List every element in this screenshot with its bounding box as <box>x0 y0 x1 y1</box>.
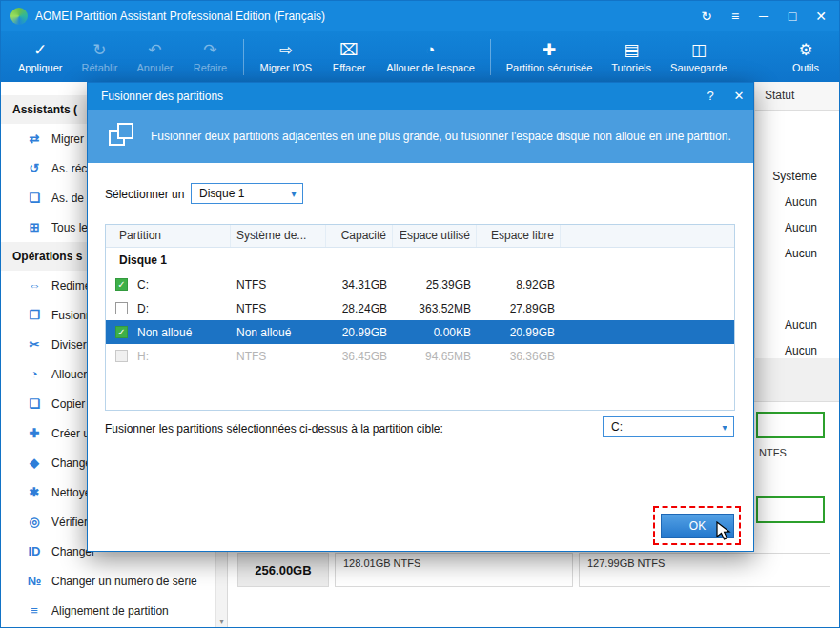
clone-icon: ❏ <box>26 191 43 205</box>
wipe-icon: ✱ <box>26 485 43 499</box>
row-checkbox[interactable]: ✓ <box>115 278 128 291</box>
table-row[interactable]: H: NTFS 36.45GB 94.65MB 36.36GB <box>106 344 734 368</box>
row-checkbox[interactable] <box>115 302 128 314</box>
erase-icon: ⌧ <box>339 40 359 60</box>
restore-icon: ↻ <box>92 40 106 60</box>
allocate-space-button[interactable]: ◔ Allouer de l'espace <box>377 31 484 82</box>
partition-block[interactable] <box>756 412 825 438</box>
tutorials-icon: ▤ <box>624 40 639 60</box>
resize-icon: ⇔ <box>26 278 43 293</box>
maximize-button[interactable]: □ <box>778 4 807 29</box>
minimize-button[interactable]: ─ <box>749 4 778 29</box>
sidebar-item-alignment[interactable]: ≡ Alignement de partition <box>1 596 227 625</box>
window-title: AOMEI Partition Assistant Professional E… <box>35 10 325 23</box>
partition-block[interactable] <box>756 496 825 523</box>
dialog-banner: Fusionner deux partitions adjacentes en … <box>88 110 753 163</box>
tools-gear-icon: ⚙ <box>798 40 812 60</box>
statut-cell: Système <box>754 164 817 190</box>
table-header: Partition Système de... Capacité Espace … <box>106 225 734 248</box>
app-window: AOMEI Partition Assistant Professional E… <box>0 0 840 628</box>
chevron-down-icon: ▾ <box>285 189 302 199</box>
dialog-description: Fusionner deux partitions adjacentes en … <box>151 129 731 144</box>
statut-cell: Aucun <box>754 313 817 338</box>
undo-button[interactable]: ↶ Annuler <box>127 31 182 82</box>
refresh-icon[interactable]: ↻ <box>692 4 721 29</box>
col-used[interactable]: Espace utilisé <box>393 225 477 247</box>
mouse-cursor <box>716 521 733 546</box>
statut-cell: Aucun <box>754 215 817 241</box>
row-checkbox[interactable] <box>115 350 128 362</box>
recovery-icon: ↺ <box>26 161 43 175</box>
statut-cell: Aucun <box>754 338 817 364</box>
alignment-icon: ≡ <box>26 603 43 618</box>
allocate-clock-icon: ◔ <box>26 367 43 381</box>
copy-icon: ❏ <box>26 396 43 411</box>
help-icon[interactable]: ? <box>696 83 725 110</box>
row-checkbox[interactable]: ✓ <box>115 326 128 338</box>
undo-icon: ↶ <box>148 40 161 60</box>
toolbar-separator <box>490 39 491 75</box>
toolbar-separator <box>243 39 244 75</box>
partition-cell[interactable]: 128.01GB NTFS <box>335 553 573 587</box>
apply-button[interactable]: ✓ Appliquer <box>9 31 72 82</box>
id-icon: ID <box>26 544 43 558</box>
backup-icon: ◫ <box>691 40 707 60</box>
restore-button[interactable]: ↻ Rétablir <box>72 31 127 82</box>
table-row[interactable]: ✓Non alloué Non alloué 20.99GB 0.00KB 20… <box>106 320 734 344</box>
partition-fs-label: NTFS <box>759 447 787 458</box>
target-partition-label: Fusionner les partitions sélectionnées c… <box>105 422 443 436</box>
split-scissors-icon: ✂ <box>26 337 43 352</box>
check-disk-icon: ◎ <box>26 515 43 529</box>
titlebar: AOMEI Partition Assistant Professional E… <box>1 1 840 31</box>
tools-button[interactable]: ⚙ Outils <box>778 31 833 82</box>
backup-button[interactable]: ◫ Sauvegarde <box>661 31 736 82</box>
migrate-os-icon: ⇄ <box>26 132 43 146</box>
shield-plus-icon: ✚ <box>543 40 556 60</box>
allocate-space-icon: ◔ <box>425 40 435 60</box>
tutorials-button[interactable]: ▤ Tutoriels <box>602 31 661 82</box>
table-row[interactable]: D: NTFS 28.24GB 363.52MB 27.89GB <box>106 296 734 320</box>
drive-letter-icon: ◆ <box>26 456 43 470</box>
create-plus-icon: ✚ <box>26 426 43 440</box>
col-capacity[interactable]: Capacité <box>326 225 393 247</box>
partition-cell[interactable]: 127.99GB NTFS <box>579 553 830 587</box>
secure-partition-button[interactable]: ✚ Partition sécurisée <box>497 31 603 82</box>
merge-icon: ❒ <box>26 308 43 322</box>
col-free[interactable]: Espace libre <box>477 225 561 247</box>
chevron-down-icon: ▾ <box>716 422 733 433</box>
partition-table: Partition Système de... Capacité Espace … <box>105 224 735 411</box>
statut-cell: Aucun <box>754 241 817 267</box>
aomei-logo-icon <box>10 8 28 25</box>
redo-icon: ↷ <box>203 40 216 60</box>
statut-cell: Aucun <box>754 190 817 215</box>
migrate-os-icon: ⇨ <box>279 40 293 60</box>
target-partition-select[interactable]: C: ▾ <box>603 416 734 437</box>
dialog-title: Fusionner des partitions <box>101 90 223 103</box>
apply-check-icon: ✓ <box>33 40 47 60</box>
scroll-down-icon[interactable]: ▾ <box>216 616 227 628</box>
migrate-os-button[interactable]: ⇨ Migrer l'OS <box>250 31 321 82</box>
select-disk-label: Sélectionner un <box>105 188 184 201</box>
serial-number-icon: № <box>26 574 43 588</box>
merge-partitions-dialog: Fusionner des partitions ? ✕ Fusionner d… <box>87 82 754 552</box>
sidebar-item-change-serial[interactable]: № Changer un numéro de série <box>1 566 227 596</box>
close-button[interactable]: ✕ <box>807 4 835 29</box>
redo-button[interactable]: ↷ Refaire <box>182 31 237 82</box>
erase-button[interactable]: ⌧ Effacer <box>321 31 377 82</box>
col-filesystem[interactable]: Système de... <box>231 225 326 247</box>
dialog-titlebar: Fusionner des partitions ? ✕ <box>88 83 753 110</box>
dialog-close-icon[interactable]: ✕ <box>725 83 753 110</box>
statut-column-header: Statut <box>754 82 840 111</box>
disk-select[interactable]: Disque 1 ▾ <box>191 183 303 204</box>
all-tools-icon: ⊞ <box>26 220 43 234</box>
menu-icon[interactable]: ≡ <box>721 4 749 29</box>
toolbar: ✓ Appliquer ↻ Rétablir ↶ Annuler ↷ Refai… <box>1 31 840 82</box>
disk-capacity-cell: 256.00GB <box>237 553 329 587</box>
merge-partitions-icon <box>107 120 135 152</box>
col-partition[interactable]: Partition <box>106 225 231 247</box>
table-row[interactable]: ✓C: NTFS 34.31GB 25.39GB 8.92GB <box>106 273 734 296</box>
disk-group-row: Disque 1 <box>106 248 734 273</box>
